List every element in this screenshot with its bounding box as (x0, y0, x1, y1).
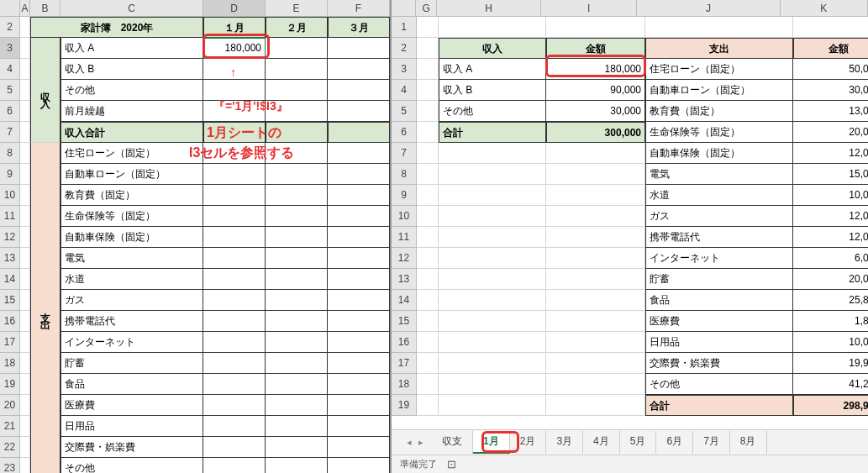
row-19[interactable]: 19 (392, 395, 417, 416)
col-H[interactable]: H (437, 0, 541, 16)
cell[interactable] (417, 59, 439, 80)
cell[interactable]: ２月 (266, 17, 328, 38)
cell[interactable]: 90,000 (546, 80, 645, 101)
cell[interactable] (328, 164, 390, 185)
cell[interactable] (20, 185, 30, 206)
cell[interactable] (20, 395, 30, 416)
cell[interactable] (266, 38, 328, 59)
tab-3月[interactable]: 3月 (546, 431, 583, 454)
cell[interactable]: 自動車保険（固定） (645, 143, 793, 164)
cell[interactable] (20, 332, 30, 353)
row-6[interactable]: 6 (392, 122, 417, 143)
cell[interactable] (20, 248, 30, 269)
cell[interactable] (203, 206, 266, 227)
cell[interactable]: 1,890 (793, 311, 868, 332)
cell[interactable] (417, 269, 439, 290)
cell[interactable] (266, 227, 328, 248)
cell[interactable] (546, 311, 645, 332)
cell[interactable]: 教育費（固定） (645, 101, 793, 122)
cell[interactable] (546, 290, 645, 311)
row-5[interactable]: 5 (392, 101, 417, 122)
cell[interactable] (20, 59, 30, 80)
cell[interactable]: 6,000 (793, 248, 868, 269)
cell[interactable] (328, 206, 390, 227)
cell[interactable] (266, 374, 328, 395)
cell[interactable] (203, 80, 266, 101)
tab-prev-icon[interactable]: ▸ (418, 437, 423, 448)
cell[interactable]: 食品 (645, 290, 793, 311)
cell[interactable]: 食品 (60, 374, 203, 395)
cell[interactable] (203, 185, 266, 206)
cell[interactable] (417, 122, 439, 143)
cell[interactable] (203, 227, 266, 248)
cell[interactable] (203, 332, 266, 353)
row-1[interactable]: 1 (392, 17, 417, 38)
cell[interactable]: 貯蓄 (645, 269, 793, 290)
cell[interactable] (266, 185, 328, 206)
cell[interactable]: 日用品 (60, 416, 203, 437)
tab-8月[interactable]: 8月 (730, 431, 767, 454)
tab-first-icon[interactable]: ◂ (407, 437, 412, 448)
cell[interactable]: ガス (645, 206, 793, 227)
cell[interactable]: 13,000 (793, 101, 868, 122)
cell[interactable]: 住宅ローン（固定） (645, 59, 793, 80)
cell[interactable] (417, 164, 439, 185)
row-3[interactable]: 3 (0, 38, 20, 59)
cell[interactable]: ３月 (328, 17, 390, 38)
cell[interactable] (203, 164, 266, 185)
col-I[interactable]: I (541, 0, 637, 16)
cell[interactable]: 支出 (645, 38, 793, 59)
cell[interactable] (417, 395, 439, 416)
cell[interactable] (328, 38, 390, 59)
row-6[interactable]: 6 (0, 101, 20, 122)
cell[interactable]: 自動車保険（固定） (60, 227, 203, 248)
cell[interactable] (203, 122, 266, 143)
cell[interactable] (417, 143, 439, 164)
cell[interactable] (439, 332, 546, 353)
cell[interactable]: インターネット (60, 332, 203, 353)
cell[interactable]: インターネット (645, 248, 793, 269)
cell[interactable]: 300,000 (546, 122, 645, 143)
row-10[interactable]: 10 (392, 206, 417, 227)
cell[interactable] (328, 374, 390, 395)
cell[interactable]: 携帯電話代 (645, 227, 793, 248)
row-16[interactable]: 16 (0, 311, 20, 332)
cell[interactable] (266, 101, 328, 122)
cell[interactable]: 自動車ローン（固定） (60, 164, 203, 185)
col-J[interactable]: J (637, 0, 780, 16)
cell[interactable]: 12,000 (793, 206, 868, 227)
cell[interactable] (20, 269, 30, 290)
cell[interactable] (20, 143, 30, 164)
row-10[interactable]: 10 (0, 185, 20, 206)
cell[interactable] (203, 437, 266, 458)
cell[interactable] (266, 164, 328, 185)
cell[interactable] (546, 269, 645, 290)
col-A[interactable]: A (20, 0, 30, 16)
cell[interactable]: 50,000 (793, 59, 868, 80)
col-E[interactable]: E (266, 0, 328, 16)
cell[interactable] (328, 101, 390, 122)
cell[interactable] (203, 269, 266, 290)
cell[interactable] (20, 227, 30, 248)
row-4[interactable]: 4 (0, 59, 20, 80)
cell[interactable] (266, 395, 328, 416)
cell[interactable] (439, 206, 546, 227)
cell[interactable]: 収入 (439, 38, 546, 59)
cell[interactable] (20, 164, 30, 185)
row-17[interactable]: 17 (392, 353, 417, 374)
tab-収支[interactable]: 収支 (432, 431, 473, 454)
cell[interactable] (20, 38, 30, 59)
cell[interactable] (266, 332, 328, 353)
cell[interactable] (20, 206, 30, 227)
cell[interactable]: 交際費・娯楽費 (60, 437, 203, 458)
row-4[interactable]: 4 (392, 80, 417, 101)
cell[interactable] (203, 374, 266, 395)
cell[interactable]: 30,000 (546, 101, 645, 122)
cell[interactable] (20, 80, 30, 101)
row-13[interactable]: 13 (392, 269, 417, 290)
tab-5月[interactable]: 5月 (620, 431, 657, 454)
cell[interactable] (203, 311, 266, 332)
cell[interactable] (328, 353, 390, 374)
cell[interactable] (266, 458, 328, 473)
col-D[interactable]: D (203, 0, 266, 16)
